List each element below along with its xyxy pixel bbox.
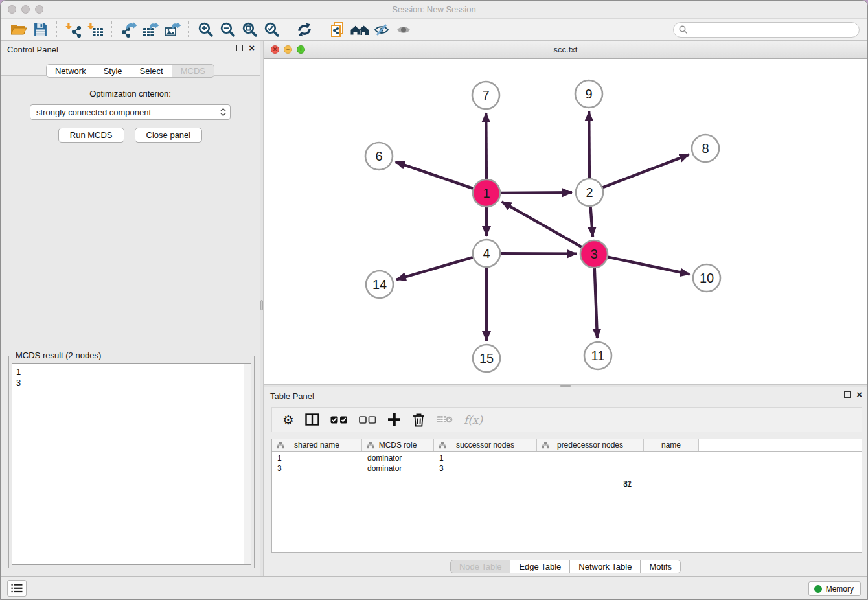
- svg-text:6: 6: [375, 149, 382, 163]
- network-window-title: scc.txt: [264, 45, 867, 54]
- edge-3-11: [595, 268, 597, 338]
- graph-node-2[interactable]: 2: [576, 179, 603, 206]
- memory-button[interactable]: Memory: [808, 581, 861, 596]
- tab-network-table[interactable]: Network Table: [570, 560, 641, 573]
- cell-name: 3: [434, 464, 489, 473]
- svg-text:2: 2: [586, 185, 593, 200]
- network-view-window: ✕ − + scc.txt 7968124314101511: [264, 41, 867, 384]
- cell-shared-name: 1: [272, 454, 362, 463]
- edge-4-3: [501, 253, 577, 254]
- tab-node-table[interactable]: Node Table: [450, 560, 511, 573]
- cell-shared-name: 3: [272, 464, 362, 473]
- float-panel-icon[interactable]: [844, 391, 851, 398]
- close-panel-icon[interactable]: ×: [856, 391, 862, 398]
- splitter-handle[interactable]: [560, 385, 571, 387]
- network-graph-canvas[interactable]: 7968124314101511: [264, 59, 868, 384]
- save-session-icon[interactable]: [29, 21, 51, 39]
- toolbar-separator: [288, 21, 288, 38]
- export-table-icon[interactable]: [139, 21, 161, 39]
- refresh-icon[interactable]: [293, 21, 315, 39]
- tab-motifs[interactable]: Motifs: [641, 560, 681, 573]
- graph-node-7[interactable]: 7: [472, 82, 499, 109]
- table-row[interactable]: 1dominator411: [272, 453, 862, 463]
- zoom-fit-icon[interactable]: [238, 21, 260, 39]
- window-title: Session: New Session: [1, 5, 867, 14]
- column-header-shared-name[interactable]: shared name: [272, 439, 362, 451]
- tab-mcds[interactable]: MCDS: [172, 64, 214, 78]
- export-network-icon[interactable]: [117, 21, 139, 39]
- split-panel-icon[interactable]: [305, 413, 319, 426]
- svg-text:4: 4: [483, 246, 490, 260]
- graph-node-8[interactable]: 8: [692, 135, 719, 162]
- splitter-handle[interactable]: [260, 300, 263, 310]
- optimization-criterion-select[interactable]: strongly connected component: [30, 104, 231, 120]
- graph-node-15[interactable]: 15: [473, 345, 500, 372]
- mcds-tab-panel: Optimization criterion: strongly connect…: [1, 75, 260, 576]
- tab-network[interactable]: Network: [46, 64, 95, 78]
- edge-3-10: [608, 257, 690, 275]
- close-panel-icon[interactable]: ×: [249, 44, 255, 52]
- show-all-columns-icon[interactable]: [330, 416, 348, 424]
- control-panel-title: Control Panel: [7, 45, 58, 54]
- column-header-successor-nodes[interactable]: successor nodes: [434, 439, 537, 451]
- svg-text:8: 8: [702, 141, 709, 156]
- selected-criterion: strongly connected component: [36, 108, 220, 117]
- graph-node-9[interactable]: 9: [575, 80, 602, 108]
- graph-node-10[interactable]: 10: [693, 264, 720, 292]
- list-icon: [11, 584, 23, 593]
- main-toolbar: [1, 19, 867, 41]
- svg-text:15: 15: [479, 351, 494, 365]
- mcds-result-text-area[interactable]: 13: [12, 363, 251, 565]
- task-list-button[interactable]: [7, 580, 27, 597]
- close-panel-button[interactable]: Close panel: [135, 128, 203, 143]
- edge-1-6: [396, 162, 474, 189]
- import-network-icon[interactable]: [62, 21, 84, 39]
- table-header-row: shared nameMCDS rolesuccessor nodesprede…: [272, 439, 862, 452]
- column-header-predecessor-nodes[interactable]: predecessor nodes: [537, 439, 644, 451]
- run-mcds-button[interactable]: Run MCDS: [58, 128, 124, 143]
- graph-node-6[interactable]: 6: [365, 143, 393, 170]
- graph-node-1[interactable]: 1: [473, 179, 500, 207]
- search-icon: [679, 25, 688, 34]
- float-panel-icon[interactable]: [236, 45, 243, 51]
- show-eye-icon[interactable]: [393, 21, 415, 39]
- zoom-in-icon[interactable]: [194, 21, 216, 39]
- zoom-selected-icon[interactable]: [260, 21, 282, 39]
- import-table-icon[interactable]: [84, 21, 106, 39]
- table-row[interactable]: 3dominator323: [272, 463, 862, 474]
- result-scrollbar[interactable]: [244, 364, 251, 564]
- table-panel-title: Table Panel: [270, 391, 314, 401]
- node-table: shared nameMCDS rolesuccessor nodesprede…: [271, 439, 862, 553]
- hide-selected-eye-icon[interactable]: [371, 21, 393, 39]
- delete-table-icon[interactable]: [437, 415, 453, 424]
- graph-node-3[interactable]: 3: [580, 240, 608, 268]
- toolbar-separator: [188, 21, 189, 38]
- graph-node-14[interactable]: 14: [366, 271, 393, 298]
- svg-text:10: 10: [700, 271, 714, 285]
- cell-predecessor-nodes: 2: [535, 479, 642, 529]
- search-input[interactable]: [688, 25, 859, 34]
- edge-3-1: [502, 202, 582, 247]
- tab-style[interactable]: Style: [95, 64, 131, 78]
- svg-text:9: 9: [585, 87, 592, 101]
- column-header-MCDS-role[interactable]: MCDS role: [362, 439, 434, 451]
- add-column-icon[interactable]: [387, 413, 401, 426]
- graph-node-4[interactable]: 4: [473, 240, 500, 267]
- tab-select[interactable]: Select: [131, 64, 172, 78]
- function-builder-icon[interactable]: f(x): [464, 413, 483, 426]
- column-header-name[interactable]: name: [644, 439, 699, 451]
- export-image-icon[interactable]: [161, 21, 183, 39]
- graph-node-11[interactable]: 11: [584, 342, 611, 369]
- cell-MCDS-role: dominator: [362, 464, 434, 473]
- open-folder-icon[interactable]: [7, 21, 29, 39]
- delete-column-trash-icon[interactable]: [412, 413, 426, 427]
- tab-edge-table[interactable]: Edge Table: [510, 560, 570, 573]
- control-panel: Control Panel × NetworkStyleSelectMCDS O…: [1, 41, 260, 576]
- zoom-out-icon[interactable]: [216, 21, 238, 39]
- show-all-networks-icon[interactable]: [348, 21, 371, 39]
- duplicate-network-icon[interactable]: [326, 21, 348, 39]
- settings-gear-icon[interactable]: ⚙: [282, 413, 294, 426]
- network-window-titlebar[interactable]: ✕ − + scc.txt: [264, 41, 867, 59]
- hide-all-columns-icon[interactable]: [359, 416, 376, 424]
- search-field[interactable]: [673, 22, 860, 38]
